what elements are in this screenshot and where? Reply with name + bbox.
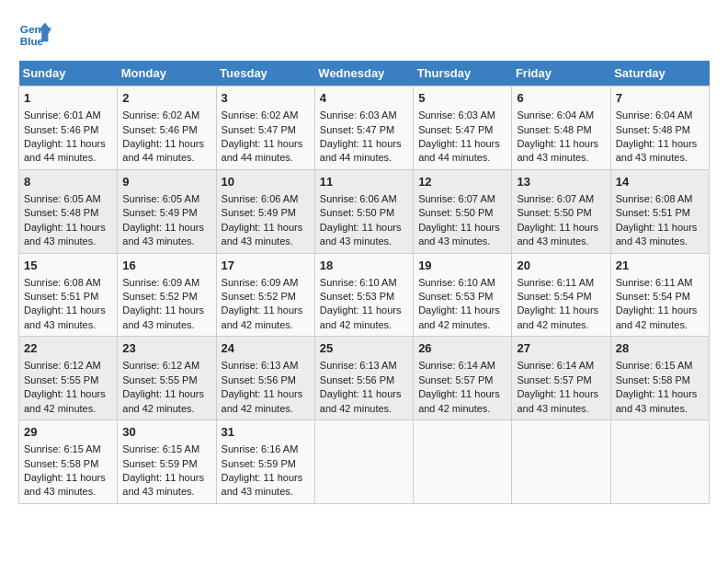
sunrise-text: Sunrise: 6:06 AM (320, 193, 397, 204)
daylight-label: Daylight: 11 hours and 42 minutes. (517, 304, 598, 329)
day-number: 22 (24, 340, 112, 357)
calendar-cell: 9Sunrise: 6:05 AMSunset: 5:49 PMDaylight… (118, 169, 216, 253)
calendar-cell: 2Sunrise: 6:02 AMSunset: 5:46 PMDaylight… (118, 86, 216, 170)
day-number: 5 (418, 90, 506, 107)
day-number: 19 (418, 258, 506, 274)
day-number: 21 (616, 258, 704, 274)
sunset-text: Sunset: 5:50 PM (517, 207, 591, 218)
daylight-label: Daylight: 11 hours and 43 minutes. (24, 222, 106, 247)
day-number: 30 (122, 424, 210, 441)
calendar-cell: 23Sunrise: 6:12 AMSunset: 5:55 PMDayligh… (118, 337, 216, 420)
daylight-label: Daylight: 11 hours and 43 minutes. (616, 138, 698, 163)
calendar-cell: 18Sunrise: 6:10 AMSunset: 5:53 PMDayligh… (314, 253, 413, 337)
sunset-text: Sunset: 5:51 PM (24, 291, 98, 302)
daylight-label: Daylight: 11 hours and 43 minutes. (517, 388, 598, 413)
sunrise-text: Sunrise: 6:13 AM (222, 360, 299, 371)
sunrise-text: Sunrise: 6:09 AM (222, 277, 299, 288)
day-header-monday: Monday (118, 61, 216, 86)
calendar-week-3: 15Sunrise: 6:08 AMSunset: 5:51 PMDayligh… (19, 253, 710, 337)
calendar-cell: 12Sunrise: 6:07 AMSunset: 5:50 PMDayligh… (414, 169, 512, 253)
sunrise-text: Sunrise: 6:05 AM (122, 193, 199, 204)
daylight-label: Daylight: 11 hours and 43 minutes. (24, 472, 106, 497)
sunset-text: Sunset: 5:55 PM (122, 374, 197, 385)
sunrise-text: Sunrise: 6:12 AM (24, 360, 101, 371)
day-header-friday: Friday (512, 61, 610, 86)
calendar-cell: 6Sunrise: 6:04 AMSunset: 5:48 PMDaylight… (512, 86, 610, 170)
calendar-cell: 14Sunrise: 6:08 AMSunset: 5:51 PMDayligh… (610, 169, 709, 253)
calendar-cell: 19Sunrise: 6:10 AMSunset: 5:53 PMDayligh… (414, 253, 512, 337)
sunset-text: Sunset: 5:53 PM (320, 291, 394, 302)
sunset-text: Sunset: 5:55 PM (24, 374, 98, 385)
day-number: 16 (122, 258, 210, 274)
day-number: 7 (616, 90, 704, 107)
sunrise-text: Sunrise: 6:11 AM (517, 277, 594, 288)
daylight-label: Daylight: 11 hours and 44 minutes. (222, 138, 303, 163)
sunset-text: Sunset: 5:50 PM (418, 207, 493, 218)
day-number: 24 (222, 340, 310, 357)
day-header-wednesday: Wednesday (314, 61, 413, 86)
sunrise-text: Sunrise: 6:04 AM (517, 109, 594, 121)
sunset-text: Sunset: 5:58 PM (616, 374, 690, 385)
daylight-label: Daylight: 11 hours and 43 minutes. (517, 138, 598, 163)
day-number: 4 (320, 90, 408, 107)
daylight-label: Daylight: 11 hours and 44 minutes. (320, 138, 402, 163)
sunrise-text: Sunrise: 6:13 AM (320, 360, 397, 371)
sunrise-text: Sunrise: 6:05 AM (24, 193, 101, 204)
daylight-label: Daylight: 11 hours and 42 minutes. (122, 388, 204, 413)
sunrise-text: Sunrise: 6:02 AM (122, 109, 199, 121)
daylight-label: Daylight: 11 hours and 43 minutes. (122, 472, 204, 497)
sunset-text: Sunset: 5:47 PM (418, 124, 493, 135)
sunrise-text: Sunrise: 6:01 AM (24, 109, 101, 121)
calendar-cell: 16Sunrise: 6:09 AMSunset: 5:52 PMDayligh… (118, 253, 216, 337)
sunset-text: Sunset: 5:59 PM (122, 458, 197, 469)
calendar-cell: 30Sunrise: 6:15 AMSunset: 5:59 PMDayligh… (118, 420, 216, 504)
sunset-text: Sunset: 5:54 PM (517, 291, 591, 302)
day-number: 9 (122, 174, 210, 190)
daylight-label: Daylight: 11 hours and 43 minutes. (122, 222, 204, 247)
daylight-label: Daylight: 11 hours and 42 minutes. (24, 388, 106, 413)
day-number: 18 (320, 258, 408, 274)
sunset-text: Sunset: 5:48 PM (616, 124, 690, 135)
sunrise-text: Sunrise: 6:12 AM (122, 360, 199, 371)
calendar-cell: 8Sunrise: 6:05 AMSunset: 5:48 PMDaylight… (19, 169, 118, 253)
sunrise-text: Sunrise: 6:10 AM (320, 277, 397, 288)
sunrise-text: Sunrise: 6:02 AM (222, 109, 299, 121)
sunset-text: Sunset: 5:49 PM (222, 207, 296, 218)
daylight-label: Daylight: 11 hours and 43 minutes. (517, 222, 598, 247)
calendar-cell: 22Sunrise: 6:12 AMSunset: 5:55 PMDayligh… (19, 337, 118, 420)
calendar-cell: 5Sunrise: 6:03 AMSunset: 5:47 PMDaylight… (414, 86, 512, 170)
daylight-label: Daylight: 11 hours and 42 minutes. (320, 304, 402, 329)
sunrise-text: Sunrise: 6:03 AM (418, 109, 495, 121)
calendar-header-row: SundayMondayTuesdayWednesdayThursdayFrid… (19, 61, 710, 86)
calendar-cell: 25Sunrise: 6:13 AMSunset: 5:56 PMDayligh… (314, 337, 413, 420)
calendar-week-5: 29Sunrise: 6:15 AMSunset: 5:58 PMDayligh… (19, 420, 710, 504)
sunset-text: Sunset: 5:56 PM (222, 374, 296, 385)
sunrise-text: Sunrise: 6:04 AM (616, 109, 693, 121)
calendar-cell: 27Sunrise: 6:14 AMSunset: 5:57 PMDayligh… (512, 337, 610, 420)
sunrise-text: Sunrise: 6:15 AM (122, 443, 199, 454)
page-header: General Blue (18, 18, 710, 52)
day-header-tuesday: Tuesday (216, 61, 314, 86)
calendar-cell: 7Sunrise: 6:04 AMSunset: 5:48 PMDaylight… (610, 86, 709, 170)
calendar-cell: 10Sunrise: 6:06 AMSunset: 5:49 PMDayligh… (216, 169, 314, 253)
day-header-sunday: Sunday (19, 61, 118, 86)
sunset-text: Sunset: 5:48 PM (517, 124, 591, 135)
sunrise-text: Sunrise: 6:07 AM (418, 193, 495, 204)
calendar-cell (414, 420, 512, 504)
calendar-cell: 26Sunrise: 6:14 AMSunset: 5:57 PMDayligh… (414, 337, 512, 420)
daylight-label: Daylight: 11 hours and 43 minutes. (616, 388, 698, 413)
daylight-label: Daylight: 11 hours and 44 minutes. (122, 138, 204, 163)
sunrise-text: Sunrise: 6:16 AM (222, 443, 299, 454)
calendar-cell: 28Sunrise: 6:15 AMSunset: 5:58 PMDayligh… (610, 337, 709, 420)
sunset-text: Sunset: 5:58 PM (24, 458, 98, 469)
sunset-text: Sunset: 5:53 PM (418, 291, 493, 302)
sunrise-text: Sunrise: 6:10 AM (418, 277, 495, 288)
day-number: 6 (517, 90, 605, 107)
day-number: 17 (222, 258, 310, 274)
calendar-cell (610, 420, 709, 504)
sunrise-text: Sunrise: 6:15 AM (616, 360, 693, 371)
day-header-thursday: Thursday (414, 61, 512, 86)
daylight-label: Daylight: 11 hours and 42 minutes. (320, 388, 402, 413)
calendar-cell: 17Sunrise: 6:09 AMSunset: 5:52 PMDayligh… (216, 253, 314, 337)
day-number: 26 (418, 340, 506, 357)
